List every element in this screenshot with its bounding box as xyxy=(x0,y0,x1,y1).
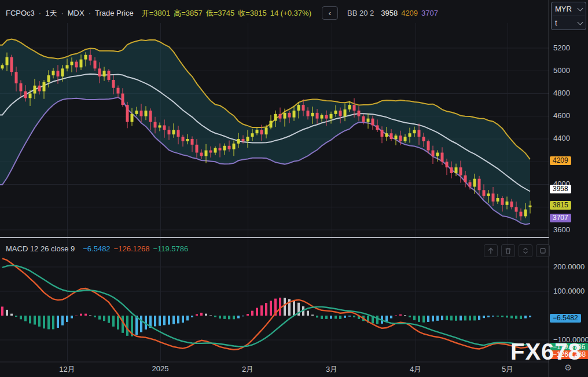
candle xyxy=(34,86,36,94)
macd-histogram-bar xyxy=(492,316,494,317)
macd-histogram-bar xyxy=(228,316,230,319)
change-value: 14 (+0.37%) xyxy=(270,9,311,17)
macd-histogram-bar xyxy=(399,314,402,316)
candle xyxy=(427,141,430,151)
candle xyxy=(460,167,462,175)
candle xyxy=(293,111,296,118)
macd-histogram-bar xyxy=(237,316,240,319)
candle xyxy=(446,162,449,167)
candle xyxy=(200,153,203,156)
macd-histogram-bar xyxy=(84,314,87,316)
price-tick: 5200 xyxy=(553,43,570,52)
candle xyxy=(117,88,120,94)
macd-histogram-bar xyxy=(469,316,471,320)
macd-histogram-bar xyxy=(284,298,286,316)
candle xyxy=(52,71,55,75)
candle xyxy=(529,206,532,207)
candle xyxy=(10,57,13,72)
candle xyxy=(103,71,106,76)
candle xyxy=(205,151,208,156)
candle xyxy=(348,105,351,109)
watermark: FX678 xyxy=(510,340,582,363)
candle xyxy=(168,130,171,134)
separator-dot: · xyxy=(61,9,63,17)
symbol-name[interactable]: FCPOc3 xyxy=(6,9,35,17)
candle xyxy=(492,193,495,202)
maximize-pane-button[interactable] xyxy=(536,244,550,257)
candle xyxy=(409,133,411,137)
candle xyxy=(66,65,69,68)
macd-histogram-bar xyxy=(270,301,272,316)
macd-histogram-bar xyxy=(34,316,36,325)
candle xyxy=(362,116,365,122)
candle xyxy=(344,109,347,116)
candle xyxy=(432,151,435,156)
candle xyxy=(418,130,421,137)
macd-histogram-bar xyxy=(339,316,341,319)
macd-histogram-bar xyxy=(223,316,226,319)
macd-histogram-bar xyxy=(10,314,13,316)
chevron-down-icon xyxy=(578,5,583,11)
unit-value: t xyxy=(555,19,557,27)
macd-tick: 100.0000 xyxy=(553,287,585,295)
interval-label[interactable]: 1天 xyxy=(45,8,57,19)
price-pane[interactable] xyxy=(0,39,549,230)
move-pane-up-button[interactable] xyxy=(484,244,498,257)
time-axis-label: 2025 xyxy=(152,364,169,373)
macd-histogram-bar xyxy=(94,316,96,317)
currency-unit-selector: MYR t xyxy=(551,2,586,30)
candle xyxy=(441,153,444,162)
macd-histogram-bar xyxy=(66,316,68,322)
candle xyxy=(524,210,527,217)
candle xyxy=(520,212,523,217)
macd-histogram-bar xyxy=(140,316,142,332)
candle xyxy=(108,71,111,80)
currency-dropdown[interactable]: MYR xyxy=(552,2,586,16)
price-tick: 4800 xyxy=(553,89,570,97)
candle xyxy=(80,60,83,68)
close-value: 收=3815 xyxy=(238,8,267,19)
bb-upper-value: 4209 xyxy=(401,9,418,17)
candle xyxy=(1,65,4,68)
candle xyxy=(339,111,342,116)
chart-canvas[interactable] xyxy=(0,0,549,377)
macd-histogram-bar xyxy=(418,316,420,322)
macd-histogram-bar xyxy=(256,308,258,316)
macd-indicator-title[interactable]: MACD 12 26 close 9 xyxy=(6,244,75,253)
candle xyxy=(149,111,152,122)
legend-collapse-button[interactable]: ‹ xyxy=(322,6,338,20)
unit-dropdown[interactable]: t xyxy=(552,16,586,30)
bb-indicator-title[interactable]: BB 20 2 xyxy=(347,9,374,17)
candle xyxy=(24,91,27,98)
macd-histogram-bar xyxy=(464,316,466,320)
candle xyxy=(358,111,361,116)
macd-histogram-bar xyxy=(307,311,309,316)
separator-dot: · xyxy=(89,9,91,17)
candle xyxy=(385,133,388,137)
macd-histogram-bar xyxy=(80,314,82,316)
macd-histogram-bar xyxy=(450,316,453,320)
price-label-badge: 4209 xyxy=(550,156,571,165)
macd-histogram-bar xyxy=(529,316,531,317)
price-tick: 3600 xyxy=(553,225,570,234)
macd-line-value: −126.1268 xyxy=(114,244,150,253)
time-axis-label: 5月 xyxy=(502,364,513,375)
macd-histogram-bar xyxy=(390,316,392,319)
price-axis[interactable]: MYR t 5200500048004600440040003600200.00… xyxy=(549,0,588,377)
candle xyxy=(29,94,32,98)
macd-histogram-bar xyxy=(376,316,378,324)
collapse-pane-button[interactable] xyxy=(519,244,532,257)
candle xyxy=(247,137,249,141)
macd-histogram-bar xyxy=(196,314,198,316)
candle xyxy=(196,145,199,153)
candle xyxy=(43,82,46,91)
candle xyxy=(321,115,324,119)
macd-histogram-bar xyxy=(210,316,212,316)
candle xyxy=(422,137,425,141)
macd-histogram-bar xyxy=(52,316,54,330)
candle xyxy=(353,105,356,111)
candle xyxy=(135,111,138,114)
delete-pane-button[interactable] xyxy=(501,244,515,257)
macd-pane[interactable] xyxy=(0,258,549,350)
macd-histogram-bar xyxy=(1,306,3,316)
